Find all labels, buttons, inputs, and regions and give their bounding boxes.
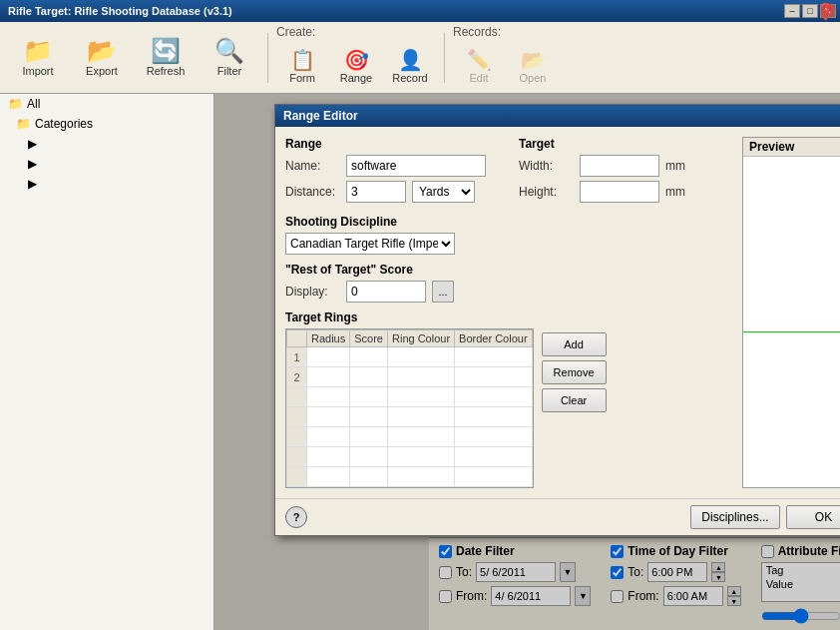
refresh-icon: 🔄 [151, 39, 181, 63]
width-label: Width: [519, 159, 574, 173]
open-label: Open [520, 72, 547, 84]
height-unit: mm [665, 185, 685, 199]
display-label: Display: [285, 285, 340, 299]
discipline-section-label: Shooting Discipline [285, 215, 732, 229]
width-input[interactable] [580, 155, 659, 177]
row-1-border-colour[interactable] [455, 347, 532, 367]
sub3-icon: ▶ [28, 177, 37, 191]
export-label: Export [86, 65, 118, 77]
form-icon: 📋 [290, 50, 315, 70]
name-row: Name: [285, 155, 499, 177]
help-icon[interactable]: ❓ [816, 2, 836, 21]
main-area: 📁 All 📁 Categories ▶ ▶ ▶ Range Editor ✕ [0, 94, 840, 630]
col-ring-colour: Ring Colour [388, 330, 455, 347]
import-button[interactable]: 📁 Import [8, 28, 68, 88]
rings-section-label: Target Rings [285, 311, 732, 324]
row-2-radius[interactable] [307, 367, 350, 387]
import-label: Import [22, 65, 53, 77]
add-button[interactable]: Add [542, 332, 607, 356]
clear-button[interactable]: Clear [542, 388, 607, 412]
minimize-button[interactable]: – [784, 4, 800, 18]
records-section-label: Records: [453, 25, 501, 39]
discipline-select[interactable]: Canadian Target Rifle (Imperial) [285, 233, 455, 255]
range-label: Range [340, 72, 372, 84]
distance-input[interactable] [346, 181, 406, 203]
range-icon: 🎯 [344, 50, 369, 70]
categories-folder-icon: 📁 [16, 117, 31, 131]
toolbar: 📁 Import 📂 Export 🔄 Refresh 🔍 Filter Cre… [0, 22, 840, 94]
rings-buttons: Add Remove Clear [538, 328, 611, 488]
row-1-score[interactable] [350, 347, 388, 367]
dialog-body: Range Name: Distance: Yards Metres [275, 127, 840, 498]
form-label: Form [289, 72, 315, 84]
table-row: 2 [287, 367, 533, 387]
separator-1 [267, 33, 268, 83]
open-button[interactable]: 📂 Open [507, 43, 559, 91]
sidebar-sub1[interactable]: ▶ [0, 134, 213, 154]
row-2-ring-colour[interactable] [388, 367, 455, 387]
height-row: Height: mm [519, 181, 732, 203]
row-2-score[interactable] [350, 367, 388, 387]
sidebar-categories-item[interactable]: 📁 Categories [0, 114, 213, 134]
rings-area: Radius Score Ring Colour Border Colour [285, 328, 732, 488]
name-label: Name: [285, 159, 340, 173]
table-row-empty [287, 407, 533, 427]
record-button[interactable]: 👤 Record [384, 43, 436, 91]
sidebar: 📁 All 📁 Categories ▶ ▶ ▶ [0, 94, 214, 630]
width-unit: mm [665, 159, 685, 173]
distance-unit-select[interactable]: Yards Metres Feet [412, 181, 475, 203]
edit-button[interactable]: ✏️ Edit [453, 43, 505, 91]
title-bar: Rifle Target: Rifle Shooting Database (v… [0, 0, 840, 22]
sub2-icon: ▶ [28, 157, 37, 171]
discipline-row: Canadian Target Rifle (Imperial) [285, 233, 732, 255]
help-button[interactable]: ? [285, 506, 307, 528]
row-2-num: 2 [287, 367, 307, 387]
form-button[interactable]: 📋 Form [276, 43, 328, 91]
col-radius: Radius [307, 330, 350, 347]
row-1-radius[interactable] [307, 347, 350, 367]
distance-row: Distance: Yards Metres Feet [285, 181, 499, 203]
export-button[interactable]: 📂 Export [72, 28, 132, 88]
target-section: Target Width: mm Height: mm [519, 137, 732, 207]
record-icon: 👤 [398, 50, 423, 70]
export-icon: 📂 [87, 39, 117, 63]
dialog-left-panel: Range Name: Distance: Yards Metres [285, 137, 732, 488]
refresh-label: Refresh [147, 65, 186, 77]
filter-button[interactable]: 🔍 Filter [200, 28, 259, 88]
table-row-empty [287, 427, 533, 447]
dialog-title: Range Editor [283, 109, 358, 123]
separator-2 [444, 33, 445, 83]
crosshair-horizontal [743, 331, 840, 332]
window-title: Rifle Target: Rifle Shooting Database (v… [8, 5, 232, 17]
height-input[interactable] [580, 181, 659, 203]
import-icon: 📁 [23, 39, 53, 63]
range-editor-dialog: Range Editor ✕ Range Name: [274, 104, 840, 536]
display-input[interactable] [346, 281, 426, 303]
remove-button[interactable]: Remove [542, 360, 607, 384]
sidebar-all-item[interactable]: 📁 All [0, 94, 213, 114]
edit-icon: ✏️ [467, 50, 492, 70]
height-label: Height: [519, 185, 574, 199]
sidebar-sub2[interactable]: ▶ [0, 154, 213, 174]
row-1-ring-colour[interactable] [388, 347, 455, 367]
disciplines-button[interactable]: Disciplines... [690, 505, 780, 529]
table-row: 1 [287, 347, 533, 367]
row-2-border-colour[interactable] [455, 367, 532, 387]
discipline-section: Shooting Discipline Canadian Target Rifl… [285, 215, 732, 255]
preview-panel: Preview [742, 137, 840, 488]
preview-area [743, 157, 840, 488]
range-section: Range Name: Distance: Yards Metres [285, 137, 499, 207]
name-input[interactable] [346, 155, 486, 177]
range-button[interactable]: 🎯 Range [330, 43, 382, 91]
dots-button[interactable]: ... [432, 281, 454, 303]
edit-label: Edit [470, 72, 489, 84]
ok-button[interactable]: OK [786, 505, 840, 529]
sidebar-sub3[interactable]: ▶ [0, 174, 213, 194]
table-row-empty [287, 447, 533, 467]
folder-icon: 📁 [8, 97, 23, 111]
rest-row: Display: ... [285, 281, 732, 303]
refresh-button[interactable]: 🔄 Refresh [136, 28, 196, 88]
rest-section: "Rest of Target" Score Display: ... [285, 263, 732, 303]
create-section-label: Create: [276, 25, 315, 39]
preview-label: Preview [749, 140, 794, 154]
